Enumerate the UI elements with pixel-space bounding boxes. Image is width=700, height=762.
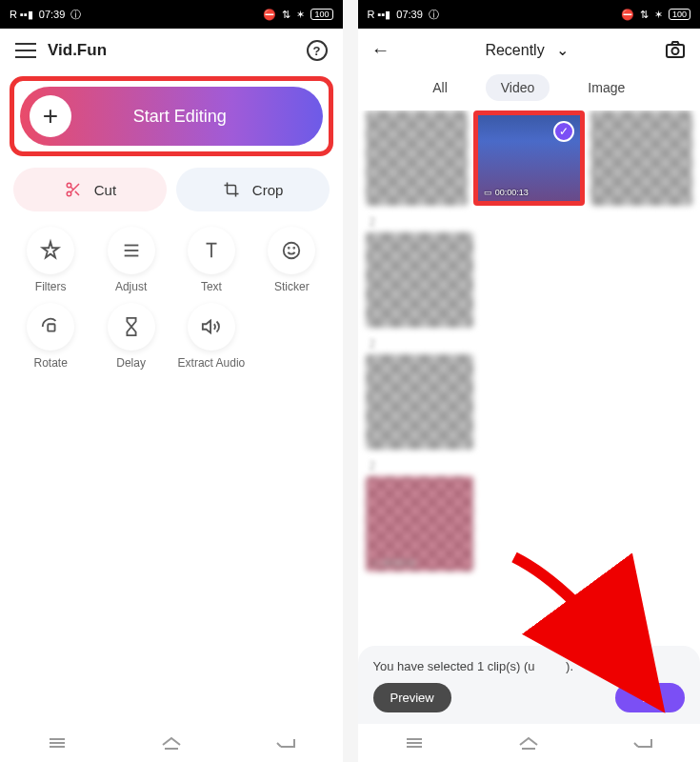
date-label: 2 [366,455,693,476]
android-nav [358,724,701,762]
date-label: 2 [366,211,693,232]
check-icon: ✓ [553,121,574,142]
date-label: 2 [366,333,693,354]
yes-button[interactable]: Yes [615,683,685,712]
preview-button[interactable]: Preview [373,683,451,712]
gallery-header: ← Recently ⌄ [358,29,701,70]
crop-button[interactable]: Crop [176,168,330,211]
svg-point-19 [672,48,679,54]
clock: 07:39 [396,9,423,20]
clock: 07:39 [39,9,66,20]
signal-indicator: R ▪▪▮ [368,9,391,21]
app-header: Vid.Fun ? [0,29,343,72]
sticker-button[interactable]: Sticker [254,227,329,293]
dropdown-label: Recently [485,42,544,58]
hourglass-icon [108,303,155,351]
rotate-label: Rotate [34,356,68,370]
delay-button[interactable]: Delay [93,303,168,370]
video-thumb-selected[interactable]: ✓ ▭ 00:00:13 [473,110,585,206]
svg-point-1 [67,191,71,196]
data-icon: ⇅ [282,9,290,21]
battery-icon: 100 [310,9,332,20]
rotate-button[interactable]: Rotate [13,303,88,370]
svg-line-3 [75,191,79,195]
star-icon [27,227,74,274]
svg-line-4 [70,187,73,190]
video-thumb[interactable] [590,110,692,206]
video-thumb[interactable]: ▭ 00:00:16 [366,476,473,572]
text-button[interactable]: Text [174,227,249,293]
tool-grid: Filters Adjust Text Sticker Rotate Delay… [0,227,343,371]
phone-left: R ▪▪▮ 07:39 ⓘ ⛔ ⇅ ✶ 100 Vid.Fun ? + Star… [0,0,343,762]
chevron-down-icon: ⌄ [556,42,569,58]
start-editing-button[interactable]: + Start Editing [20,87,323,146]
video-thumb[interactable] [366,354,473,450]
svg-point-11 [289,248,290,249]
video-thumb[interactable] [366,110,468,206]
wifi-icon: ✶ [654,9,663,21]
svg-rect-18 [667,45,684,57]
adjust-button[interactable]: Adjust [93,227,168,293]
extract-audio-button[interactable]: Extract Audio [174,303,249,370]
home-button[interactable] [514,729,543,757]
tab-all[interactable]: All [417,74,463,101]
tab-video[interactable]: Video [486,74,550,101]
status-bar: R ▪▪▮ 07:39 ⓘ ⛔ ⇅ ✶ 100 [0,0,343,29]
media-tabs: All Video Image [358,70,701,110]
video-icon: ▭ [371,558,380,568]
gallery: ✓ ▭ 00:00:13 2 2 2 ▭ 00:00:16 [358,110,701,646]
svg-point-0 [67,183,71,188]
text-label: Text [201,280,222,293]
crop-label: Crop [252,182,284,198]
duration-label: ▭ 00:00:16 [371,558,416,568]
smile-icon [268,227,315,274]
scissors-icon [64,180,83,199]
wifi-icon: ✶ [296,9,305,21]
svg-rect-13 [48,325,54,331]
quick-tools: Cut Crop [0,168,343,211]
selection-bar: You have selected 1 clip(s) (uxxxxx). Pr… [358,646,701,724]
filters-button[interactable]: Filters [13,227,88,293]
svg-marker-14 [203,321,210,333]
status-bar: R ▪▪▮ 07:39 ⓘ ⛔ ⇅ ✶ 100 [358,0,701,29]
data-icon: ⇅ [640,9,649,21]
info-icon: ⓘ [429,8,439,22]
sliders-icon [108,227,155,274]
android-nav [0,724,343,762]
crop-icon [222,180,241,199]
signal-indicator: R ▪▪▮ [10,9,33,21]
filters-label: Filters [35,280,67,293]
text-icon [188,227,235,274]
svg-point-10 [284,243,300,259]
extract-audio-label: Extract Audio [178,356,246,370]
app-title: Vid.Fun [48,41,295,60]
delay-label: Delay [116,356,146,370]
rotate-icon [27,303,74,351]
start-editing-label: Start Editing [89,107,323,127]
battery-icon: 100 [669,9,690,20]
recents-button[interactable] [400,729,429,757]
recents-button[interactable] [43,729,71,757]
selection-text: You have selected 1 clip(s) (uxxxxx). [373,659,686,673]
start-editing-highlight: + Start Editing [10,76,333,156]
sticker-label: Sticker [274,280,310,293]
camera-icon[interactable] [664,38,687,61]
back-button[interactable] [629,729,657,757]
svg-point-12 [294,248,295,249]
back-arrow[interactable]: ← [371,39,390,61]
plus-icon: + [30,95,71,137]
adjust-label: Adjust [115,280,147,293]
folder-dropdown[interactable]: Recently ⌄ [400,41,655,59]
info-icon: ⓘ [70,8,81,22]
notif-icon: ⛔ [263,9,276,21]
notif-icon: ⛔ [621,9,634,21]
back-button[interactable] [271,729,300,757]
cut-button[interactable]: Cut [13,168,167,211]
video-thumb[interactable] [366,232,473,328]
cut-label: Cut [94,182,116,198]
duration-label: ▭ 00:00:13 [484,188,529,197]
home-button[interactable] [157,729,186,757]
tab-image[interactable]: Image [572,74,640,101]
menu-icon[interactable] [15,43,36,58]
help-icon[interactable]: ? [307,40,328,61]
